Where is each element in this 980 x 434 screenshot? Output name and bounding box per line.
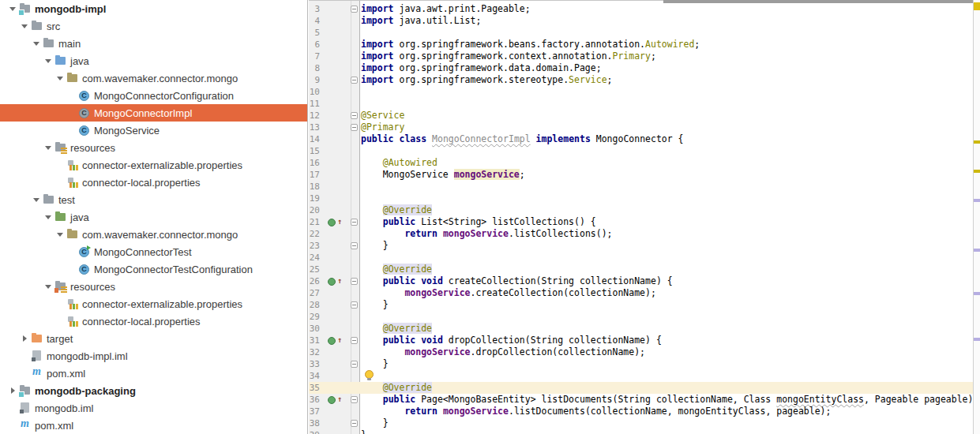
code-line-8[interactable]: import org.springframework.data.domain.P… bbox=[361, 62, 602, 74]
code-token[interactable]: Page<MongoBaseEntity> listDocuments(Stri… bbox=[415, 394, 776, 405]
code-token[interactable] bbox=[437, 228, 443, 239]
code-token[interactable]: @Override bbox=[383, 323, 432, 334]
code-token[interactable] bbox=[361, 394, 383, 405]
code-token[interactable] bbox=[437, 406, 443, 417]
code-token[interactable] bbox=[361, 264, 383, 275]
code-line-22[interactable]: return mongoService.listCollections(); bbox=[361, 228, 613, 240]
fold-marker-end[interactable] bbox=[351, 77, 358, 84]
code-line-21[interactable]: public List<String> listCollections() { bbox=[361, 216, 596, 228]
code-token[interactable]: } bbox=[361, 358, 389, 369]
tree-row-resources[interactable]: resources bbox=[0, 139, 307, 156]
tree-row-mongoconnectorconfiguration[interactable]: MongoConnectorConfiguration bbox=[0, 87, 307, 104]
code-token[interactable] bbox=[361, 275, 383, 286]
error-stripe-scrollbar[interactable] bbox=[973, 0, 980, 434]
code-token[interactable]: implements bbox=[536, 133, 591, 144]
tree-row-mongodb-impl[interactable]: mongodb-impl bbox=[0, 0, 307, 17]
code-token[interactable]: Autowired bbox=[645, 39, 694, 50]
code-token[interactable]: org.springframework.context.annotation. bbox=[394, 51, 613, 62]
code-line-23[interactable]: } bbox=[361, 240, 389, 252]
code-line-16[interactable]: @Autowired bbox=[361, 157, 437, 169]
fold-marker-start[interactable] bbox=[351, 278, 358, 285]
code-token[interactable]: ; bbox=[520, 169, 525, 180]
code-line-25[interactable]: @Override bbox=[361, 264, 432, 275]
code-line-7[interactable]: import org.springframework.context.annot… bbox=[361, 51, 656, 62]
stripe-marker-warning[interactable] bbox=[974, 170, 980, 173]
code-token[interactable]: return bbox=[404, 406, 437, 417]
editor-top-scroll-thumb[interactable] bbox=[663, 0, 974, 3]
code-token[interactable]: public bbox=[383, 394, 416, 405]
expand-arrow-icon[interactable] bbox=[54, 69, 66, 87]
code-token[interactable]: } bbox=[361, 240, 389, 251]
code-token[interactable]: import bbox=[361, 15, 394, 26]
code-line-17[interactable]: MongoService mongoService; bbox=[361, 169, 525, 181]
fold-marker-start[interactable] bbox=[351, 219, 358, 226]
fold-marker-start[interactable] bbox=[351, 337, 358, 344]
stripe-marker-occurrence[interactable] bbox=[974, 292, 980, 295]
code-token[interactable]: mongoService bbox=[404, 287, 470, 298]
code-token[interactable] bbox=[361, 382, 383, 393]
code-token[interactable]: MongoConnector { bbox=[591, 133, 684, 144]
stripe-marker-occurrence[interactable] bbox=[974, 249, 980, 252]
code-token[interactable] bbox=[361, 335, 383, 346]
tree-row-mongoconnectorimpl[interactable]: MongoConnectorImpl bbox=[0, 104, 307, 122]
overriding-method-icon[interactable] bbox=[328, 335, 344, 346]
code-token[interactable]: public class bbox=[361, 133, 426, 144]
tree-row-test[interactable]: test bbox=[0, 191, 307, 208]
code-line-38[interactable]: } bbox=[361, 417, 389, 429]
tree-row-mongoconnectortest[interactable]: MongoConnectorTest bbox=[0, 243, 307, 260]
overriding-method-icon[interactable] bbox=[328, 394, 344, 406]
fold-marker-end[interactable] bbox=[351, 301, 358, 309]
code-token[interactable]: org.springframework.stereotype. bbox=[394, 74, 569, 85]
tree-row-connector-externalizable-properties[interactable]: connector-externalizable.properties bbox=[0, 295, 307, 312]
code-line-3[interactable]: import java.awt.print.Pageable; bbox=[361, 3, 531, 15]
tree-row-mongodb-iml[interactable]: mongodb.iml bbox=[0, 399, 307, 417]
tree-row-main[interactable]: main bbox=[0, 35, 307, 52]
code-line-9[interactable]: import org.springframework.stereotype.Se… bbox=[361, 74, 613, 86]
expand-arrow-icon[interactable] bbox=[18, 17, 31, 35]
expand-arrow-icon[interactable] bbox=[42, 52, 54, 69]
code-line-28[interactable]: } bbox=[361, 299, 389, 311]
tree-row-com-wavemaker-connector-mongo[interactable]: com.wavemaker.connector.mongo bbox=[0, 69, 307, 87]
tree-row-connector-externalizable-properties[interactable]: connector-externalizable.properties bbox=[0, 156, 307, 174]
code-line-26[interactable]: public void createCollection(String coll… bbox=[361, 275, 673, 287]
code-line-6[interactable]: import org.springframework.beans.factory… bbox=[361, 39, 700, 51]
overriding-method-icon[interactable] bbox=[328, 275, 344, 287]
expand-arrow-icon[interactable] bbox=[42, 208, 54, 226]
code-token[interactable]: @Override bbox=[383, 264, 432, 275]
code-token[interactable]: @Service bbox=[361, 110, 404, 121]
code-token[interactable]: ; bbox=[651, 51, 656, 62]
code-token[interactable]: MongoService bbox=[361, 169, 454, 180]
code-token[interactable]: .listDocuments(collectionName, mongoEnti… bbox=[509, 406, 832, 417]
fold-marker-end[interactable] bbox=[351, 420, 358, 427]
tree-row-mongodb-packaging[interactable]: mongodb-packaging bbox=[0, 382, 307, 399]
intention-bulb-icon[interactable] bbox=[365, 370, 374, 379]
expand-arrow-icon[interactable] bbox=[30, 35, 43, 52]
code-token[interactable]: org.springframework.data.domain.Page; bbox=[394, 62, 602, 73]
code-token[interactable] bbox=[361, 323, 383, 334]
code-line-33[interactable]: } bbox=[361, 358, 389, 370]
code-token[interactable]: mongoService bbox=[443, 406, 509, 417]
code-token[interactable]: } bbox=[361, 417, 389, 428]
tree-row-com-wavemaker-connector-mongo[interactable]: com.wavemaker.connector.mongo bbox=[0, 226, 307, 243]
code-line-31[interactable]: public void dropCollection(String collec… bbox=[361, 335, 662, 346]
code-token[interactable]: return bbox=[404, 228, 437, 239]
code-token[interactable]: import bbox=[361, 3, 394, 14]
code-token[interactable] bbox=[361, 346, 404, 357]
code-token[interactable]: List<String> listCollections() { bbox=[415, 216, 595, 227]
code-token[interactable]: Primary bbox=[613, 51, 651, 62]
code-token[interactable]: createCollection(String collectionName) … bbox=[443, 275, 673, 286]
code-token[interactable]: .listCollections(); bbox=[509, 228, 613, 239]
expand-arrow-icon[interactable] bbox=[6, 0, 19, 17]
code-token[interactable]: .createCollection(collectionName); bbox=[470, 287, 655, 298]
fold-marker-start[interactable] bbox=[351, 396, 358, 403]
code-line-32[interactable]: mongoService.dropCollection(collectionNa… bbox=[361, 346, 645, 358]
code-token[interactable] bbox=[361, 228, 404, 239]
code-token[interactable]: @Override bbox=[383, 382, 432, 393]
code-token[interactable]: java.util.List; bbox=[394, 15, 482, 26]
code-token[interactable] bbox=[361, 406, 404, 417]
code-line-4[interactable]: import java.util.List; bbox=[361, 15, 481, 27]
code-token[interactable]: public bbox=[383, 216, 416, 227]
code-token[interactable] bbox=[361, 157, 383, 168]
code-token[interactable] bbox=[361, 204, 383, 215]
code-token[interactable]: import bbox=[361, 39, 394, 50]
